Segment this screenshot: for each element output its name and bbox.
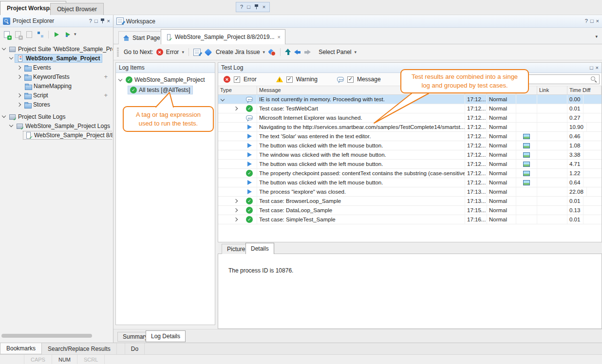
log-row[interactable]: The text 'Solar' was entered in the text… <box>218 132 602 141</box>
expand-icon[interactable] <box>234 218 238 221</box>
tree-item[interactable]: Events <box>0 63 113 72</box>
close-icon[interactable]: × <box>596 18 599 24</box>
collapse-icon[interactable] <box>2 46 6 50</box>
maximize-icon[interactable]: □ <box>94 18 98 24</box>
close-icon[interactable]: × <box>107 18 110 24</box>
log-row[interactable]: Test case: BrowserLoop_Sample 17:13... N… <box>218 197 602 206</box>
run-test-button[interactable] <box>52 30 61 39</box>
tree-item[interactable]: Project Suite 'WebStore_Sample_Projec <box>0 44 113 54</box>
tree-node[interactable]: Events <box>22 63 53 72</box>
pin-icon[interactable] <box>100 18 105 24</box>
run-project-button[interactable] <box>63 30 73 39</box>
go-to-next-error-button[interactable]: Error <box>166 49 179 55</box>
name-mapping-button[interactable] <box>36 30 45 39</box>
tree-node[interactable]: KeywordTests <box>22 73 71 81</box>
message-checkbox[interactable] <box>347 76 354 83</box>
select-panel-button[interactable]: Select Panel <box>319 49 351 55</box>
help-icon[interactable]: ? <box>240 4 243 10</box>
collapse-icon[interactable] <box>9 123 13 127</box>
jira-bug-icon[interactable] <box>268 49 276 56</box>
import-project-button[interactable] <box>24 30 34 39</box>
tab-log-details[interactable]: Log Details <box>146 330 186 342</box>
tree-item[interactable]: NameMapping <box>0 81 113 91</box>
column-header[interactable]: Type <box>218 86 257 94</box>
collapse-icon[interactable] <box>9 55 13 59</box>
add-child-button[interactable] <box>104 91 108 99</box>
close-icon[interactable]: × <box>596 65 599 71</box>
tree-item[interactable]: WebStore_Sample_Project Logs <box>0 121 113 130</box>
picture-link-icon[interactable] <box>523 134 530 139</box>
tree-node[interactable]: WebStore_Sample_Project <box>15 54 102 63</box>
tab-bookmarks[interactable]: Bookmarks <box>0 343 42 354</box>
collapse-icon[interactable] <box>118 77 122 81</box>
tab-list-dropdown-icon[interactable]: ▾ <box>595 34 598 39</box>
edit-form-icon[interactable] <box>193 49 201 56</box>
maximize-icon[interactable]: □ <box>590 18 594 24</box>
tree-item[interactable]: WebStore_Sample_Project 8/8/... <box>0 130 113 140</box>
collapse-icon[interactable] <box>2 114 6 118</box>
picture-link-icon[interactable] <box>523 152 530 158</box>
picture-link-icon[interactable] <box>523 180 530 185</box>
tab-to-do[interactable]: Do <box>125 343 145 354</box>
dropdown-icon[interactable]: ▾ <box>182 50 184 55</box>
dropdown-icon[interactable]: ▾ <box>263 50 265 55</box>
help-icon[interactable]: ? <box>89 18 92 24</box>
log-row[interactable]: Test case: DataLoop_Sample 17:15... Norm… <box>218 206 602 215</box>
dropdown-icon[interactable]: ▾ <box>355 50 357 55</box>
tree-node[interactable]: WebStore_Sample_Project 8/8/... <box>23 131 113 140</box>
tab-test-log-document[interactable]: WebStore_Sample_Project 8/8/2019... × <box>161 29 285 44</box>
tree-item[interactable]: Script <box>0 91 113 100</box>
log-row[interactable]: The property checkpoint passed: contentT… <box>218 169 602 178</box>
warning-checkbox[interactable] <box>286 76 293 83</box>
column-header[interactable]: Time Diff <box>567 86 602 94</box>
picture-link-icon[interactable] <box>523 162 530 167</box>
dropdown-icon[interactable]: ▾ <box>74 32 76 36</box>
error-checkbox[interactable] <box>234 76 240 83</box>
add-existing-item-button[interactable] <box>13 30 23 39</box>
toolbar-grip[interactable] <box>117 48 119 56</box>
picture-link-icon[interactable] <box>523 143 530 148</box>
forward-arrow-icon[interactable] <box>304 49 311 55</box>
add-new-item-button[interactable] <box>2 30 12 39</box>
tree-node[interactable]: Project Suite 'WebStore_Sample_Projec <box>7 45 113 54</box>
log-row[interactable]: The process "iexplore" was closed. 17:13… <box>218 187 602 197</box>
create-jira-issue-button[interactable]: Create Jira Issue <box>216 49 260 55</box>
tree-node[interactable]: WebStore_Sample_Project Logs <box>15 122 112 130</box>
search-icon[interactable] <box>590 76 598 83</box>
add-child-button[interactable] <box>104 73 108 80</box>
close-icon[interactable]: × <box>263 4 265 10</box>
column-header[interactable]: Link <box>537 86 567 94</box>
close-tab-icon[interactable]: × <box>278 34 281 40</box>
expand-icon[interactable] <box>234 107 238 110</box>
pin-icon[interactable] <box>254 4 259 10</box>
tree-node[interactable]: Stores <box>22 100 52 109</box>
log-items-root-node[interactable]: WebStore_Sample_Project <box>119 76 205 83</box>
tree-node[interactable]: NameMapping <box>23 82 73 91</box>
tree-node[interactable]: Script <box>22 91 50 100</box>
tree-item[interactable]: Stores <box>0 100 113 109</box>
horizontal-scrollbar-thumb[interactable] <box>1 334 92 338</box>
back-arrow-icon[interactable] <box>294 49 301 55</box>
tab-search-replace-results[interactable]: Search/Replace Results <box>42 343 117 354</box>
tree-item[interactable]: KeywordTests <box>0 72 113 81</box>
expand-icon[interactable] <box>234 208 238 212</box>
expand-icon[interactable] <box>17 65 21 69</box>
log-row[interactable]: Test case: SimpleTest_Sample 17:16... No… <box>218 215 602 224</box>
expand-icon[interactable] <box>234 199 238 203</box>
log-row[interactable]: The button was clicked with the left mou… <box>218 160 602 169</box>
picture-link-icon[interactable] <box>523 171 530 176</box>
collapse-icon[interactable] <box>221 97 225 101</box>
tree-node[interactable]: Project Suite Logs <box>7 112 67 121</box>
log-row[interactable]: The button was clicked with the left mou… <box>218 178 602 187</box>
maximize-icon[interactable]: □ <box>590 65 593 71</box>
expand-icon[interactable] <box>17 93 21 97</box>
tree-item[interactable]: Project Suite Logs <box>0 112 113 121</box>
tree-item[interactable]: WebStore_Sample_Project <box>0 54 113 63</box>
tab-details[interactable]: Details <box>245 243 274 254</box>
tab-object-browser[interactable]: Object Browser <box>50 3 104 15</box>
maximize-icon[interactable]: □ <box>247 4 250 10</box>
log-row[interactable]: The button was clicked with the left mou… <box>218 141 602 150</box>
log-row[interactable]: The window was clicked with the left mou… <box>218 150 602 160</box>
expand-icon[interactable] <box>17 74 21 78</box>
upload-results-icon[interactable] <box>285 49 291 55</box>
